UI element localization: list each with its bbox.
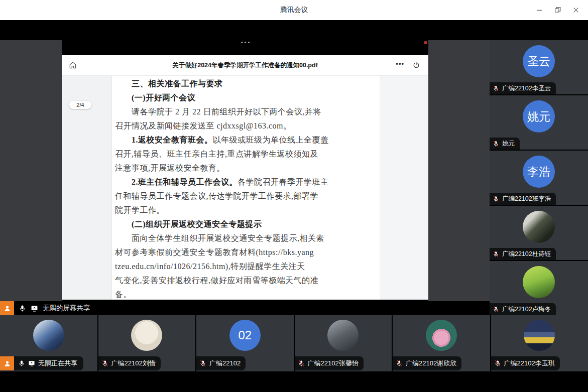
shared-desktop-right (428, 40, 490, 301)
muted-mic-icon (396, 360, 403, 367)
document-text-line: 院开学工作。 (115, 203, 380, 217)
more-dots-icon: ••• (396, 60, 404, 67)
document-text: tzeu.edu.cn/info/1026/2156.htm),特别提醒学生关注… (115, 262, 305, 271)
page-indicator: 2/4 (69, 101, 91, 109)
avatar-initials: 李浩 (527, 164, 550, 180)
pdf-viewer-window: 关于做好2024年春季学期开学工作准备的通知00.pdf ••• 2/4 三、相… (62, 55, 428, 300)
share-banner: 无隅的屏幕共享 (0, 301, 90, 315)
avatar (327, 320, 359, 351)
document-text-bold: 1.返校安全教育班会。 (115, 136, 213, 144)
participant-name-tag: 广编22102 (196, 356, 246, 370)
participant-tile-lumeidong[interactable]: 广编22102卢梅冬 (490, 261, 588, 315)
document-text-line: 注意事项,开展返校安全教育。 (115, 161, 380, 175)
participant-tile-lihao[interactable]: 李浩 广编22102班李浩 (490, 151, 588, 205)
pdf-thumbnail-panel: 2/4 (62, 76, 112, 300)
document-text-bold: (二)组织开展返校交通安全专题提示 (115, 220, 262, 228)
mic-icon (19, 305, 26, 312)
participant-tile-lishengyun[interactable]: 圣云 广编22102李圣云 (490, 40, 588, 94)
restore-icon (553, 6, 562, 15)
document-text: 材可参考寒假前交通安全专题教育材料(https://bks.yang (115, 248, 314, 256)
participant-tile-liuxi[interactable]: 广编22102刘惜 (98, 315, 196, 371)
avatar: 李浩 (523, 156, 555, 188)
document-text-line: 请各学院于 2 月 22 日前组织开好以下两个会议,并将 (115, 105, 380, 119)
participant-name: 广编22102刘惜 (111, 359, 156, 368)
pdf-page: 三、相关准备工作与要求 (一)开好两个会议 请各学院于 2 月 22 日前组织开… (112, 76, 380, 300)
screen-share-icon (31, 305, 38, 312)
window-titlebar: 腾讯会议 (0, 0, 588, 20)
mic-icon (18, 360, 25, 367)
document-text-line: (二)组织开展返校交通安全专题提示 (115, 217, 380, 231)
muted-mic-icon (493, 251, 499, 257)
participant-name-tag: 无隅正在共享 (0, 356, 88, 370)
avatar (523, 211, 555, 243)
person-icon (3, 359, 12, 368)
participant-name-tag: 广编22102谢欣欣 (393, 356, 461, 370)
document-text: 气变化,妥善安排返校行程,做好应对雨雪等极端天气的准 (115, 276, 318, 285)
document-text: 面向全体学生组织开展返校交通安全专题提示,相关素 (115, 234, 324, 242)
home-icon (68, 61, 77, 70)
avatar (426, 320, 457, 351)
participant-name: 广编22102卢梅冬 (502, 305, 551, 314)
document-text-bold: (一)开好两个会议 (115, 93, 195, 102)
collapsed-toolbar-dots-icon: ••• (228, 39, 264, 45)
participant-name-tag: 广编22102李圣云 (490, 82, 556, 94)
participant-tile-guangbian22102[interactable]: 02 广编22102 (196, 315, 294, 371)
pdf-viewer-body: 2/4 三、相关准备工作与要求 (一)开好两个会议 请各学院于 2 月 22 日… (62, 76, 428, 300)
participant-name: 广编22102谢欣欣 (406, 359, 456, 368)
person-icon (0, 356, 14, 370)
minimize-icon (535, 6, 544, 15)
window-controls (531, 0, 585, 20)
muted-mic-icon (493, 196, 499, 202)
document-text-bold: 2.班主任和辅导员工作会议。 (115, 178, 238, 186)
muted-mic-icon (298, 360, 305, 367)
participant-name: 无隅正在共享 (38, 359, 77, 368)
avatar-initials: 圣云 (527, 54, 550, 69)
avatar: 圣云 (523, 45, 555, 77)
name-tag-pill: 无隅正在共享 (14, 356, 83, 370)
participant-name: 姚元 (502, 140, 515, 148)
document-text: 任和辅导员工作专题会议,传达学院开学工作要求,部署学 (115, 192, 318, 200)
tencent-meeting-window: 腾讯会议 ••• 关于做好2024 (0, 0, 588, 392)
document-text: 备。 (115, 290, 132, 299)
restore-button[interactable] (549, 0, 567, 20)
participant-tile-xiexinxin[interactable]: 广编22102谢欣欣 (393, 315, 490, 371)
recording-dot-icon (424, 41, 427, 44)
participant-tile-zhangxinyi[interactable]: 广编22102张馨怡 (295, 315, 392, 371)
participants-bottom-row: 无隅正在共享 广编22102刘惜 02 广编22102 广编22102张馨怡 (0, 315, 588, 371)
document-text-line: 备。 (115, 288, 380, 300)
document-text-line: tzeu.edu.cn/info/1026/2156.htm),特别提醒学生关注… (115, 259, 380, 274)
participant-name-tag: 广编22102李玉琪 (491, 356, 560, 370)
participant-name: 广编22102李玉琪 (504, 359, 555, 368)
participant-name-tag: 广编22102刘惜 (98, 356, 161, 370)
shared-desktop-left (0, 40, 62, 301)
participant-name: 广编22102张馨怡 (308, 359, 359, 368)
participant-name-tag: 广编22102杜诗钰 (490, 248, 556, 260)
participant-tile-dushiyu[interactable]: 广编22102杜诗钰 (490, 206, 588, 260)
participant-tile-yaoyuan[interactable]: 姚元 姚元 (490, 95, 588, 150)
avatar (524, 320, 555, 351)
share-banner-text: 无隅的屏幕共享 (43, 304, 90, 313)
screen-share-view[interactable]: ••• 关于做好2024年春季学期开学工作准备的通知00.pdf ••• 2/4 (0, 20, 490, 315)
participant-tile-liyuqi[interactable]: 广编22102李玉琪 (491, 315, 588, 371)
sharer-avatar (0, 301, 14, 315)
muted-mic-icon (199, 360, 206, 367)
avatar-initials: 02 (238, 328, 252, 342)
document-text: 院开学工作。 (115, 206, 165, 214)
document-text-line: 材可参考寒假前交通安全专题教育材料(https://bks.yang (115, 245, 380, 259)
document-text-line: 任和辅导员工作专题会议,传达学院开学工作要求,部署学 (115, 189, 380, 203)
avatar (33, 320, 64, 351)
document-text-line: 气变化,妥善安排返校行程,做好应对雨雪等极端天气的准 (115, 274, 380, 288)
participant-name: 广编22102李圣云 (502, 84, 551, 93)
participant-name: 广编22102班李浩 (502, 195, 551, 203)
participant-name-tag: 广编22102班李浩 (490, 193, 556, 205)
minimize-button[interactable] (531, 0, 549, 20)
participants-sidebar: 圣云 广编22102李圣云 姚元 姚元 李浩 广编22102班李浩 (490, 40, 588, 315)
person-icon (3, 304, 12, 313)
participant-name-tag: 广编22102张馨怡 (295, 356, 364, 370)
muted-mic-icon (493, 85, 499, 92)
pdf-document-area: 三、相关准备工作与要求 (一)开好两个会议 请各学院于 2 月 22 日前组织开… (112, 76, 428, 300)
document-text-line: (一)开好两个会议 (115, 91, 380, 105)
participant-tile-wuyu[interactable]: 无隅正在共享 (0, 315, 97, 371)
window-title: 腾讯会议 (280, 6, 308, 15)
close-button[interactable] (567, 0, 585, 20)
